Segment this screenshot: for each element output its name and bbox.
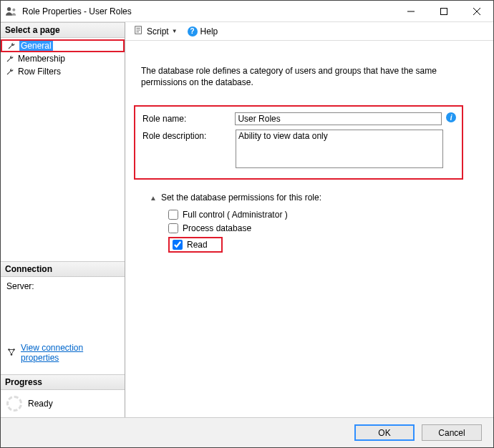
svg-point-0 bbox=[7, 7, 11, 11]
role-name-input[interactable] bbox=[235, 112, 442, 125]
help-icon: ? bbox=[188, 26, 198, 36]
role-icon bbox=[5, 5, 18, 18]
connection-icon bbox=[6, 347, 16, 359]
wrench-icon bbox=[5, 54, 15, 64]
wrench-icon bbox=[5, 67, 15, 77]
svg-rect-3 bbox=[441, 8, 447, 14]
progress-header: Progress bbox=[1, 374, 125, 390]
progress-spinner-icon bbox=[6, 396, 22, 412]
svg-point-1 bbox=[12, 8, 15, 11]
page-label: General bbox=[19, 41, 53, 51]
window-title: Role Properties - User Roles bbox=[22, 6, 394, 16]
role-name-label: Role name: bbox=[142, 112, 235, 124]
description-text: The database role defines a category of … bbox=[141, 65, 478, 88]
perm-process-db-checkbox[interactable] bbox=[168, 223, 178, 233]
help-label: Help bbox=[200, 26, 218, 36]
page-label: Membership bbox=[18, 54, 65, 64]
chevron-down-icon: ▼ bbox=[172, 28, 178, 34]
page-item-membership[interactable]: Membership bbox=[1, 52, 125, 65]
perm-process-db-label: Process database bbox=[183, 223, 251, 233]
minimize-button[interactable] bbox=[394, 1, 427, 21]
role-description-label: Role description: bbox=[142, 130, 236, 141]
role-name-group: Role name: i Role description: bbox=[134, 105, 463, 180]
script-label: Script bbox=[147, 26, 169, 36]
select-page-header: Select a page bbox=[1, 22, 125, 38]
ok-button[interactable]: OK bbox=[354, 424, 415, 441]
close-button[interactable] bbox=[460, 1, 493, 21]
progress-status: Ready bbox=[28, 399, 53, 409]
page-item-row-filters[interactable]: Row Filters bbox=[1, 65, 125, 78]
perm-full-control-label: Full control ( Administrator ) bbox=[183, 210, 288, 220]
connection-header: Connection bbox=[1, 261, 125, 277]
perm-read-checkbox[interactable] bbox=[173, 240, 183, 250]
perm-read-label: Read bbox=[187, 240, 208, 250]
permissions-caption: Set the database permissions for this ro… bbox=[161, 193, 321, 203]
server-label: Server: bbox=[6, 281, 119, 291]
page-label: Row Filters bbox=[18, 67, 61, 77]
perm-full-control[interactable]: Full control ( Administrator ) bbox=[168, 210, 478, 220]
wrench-icon bbox=[6, 41, 16, 51]
titlebar: Role Properties - User Roles bbox=[1, 1, 493, 22]
role-description-input[interactable] bbox=[236, 130, 443, 168]
help-button[interactable]: ? Help bbox=[185, 25, 221, 38]
page-item-general[interactable]: General bbox=[1, 39, 125, 52]
perm-process-db[interactable]: Process database bbox=[168, 223, 478, 233]
view-connection-properties-link[interactable]: View connection properties bbox=[21, 343, 119, 363]
dialog-footer: OK Cancel bbox=[1, 417, 493, 447]
maximize-button[interactable] bbox=[427, 1, 460, 21]
info-icon[interactable]: i bbox=[446, 112, 456, 122]
content-panel: Script ▼ ? Help The database role define… bbox=[125, 22, 493, 417]
script-icon bbox=[134, 25, 144, 37]
sidebar: Select a page General Membership Row Fil… bbox=[1, 22, 125, 417]
perm-full-control-checkbox[interactable] bbox=[168, 210, 178, 220]
script-button[interactable]: Script ▼ bbox=[131, 24, 180, 39]
perm-read[interactable]: Read bbox=[168, 237, 223, 253]
cancel-button[interactable]: Cancel bbox=[422, 424, 482, 441]
collapse-arrow-icon[interactable]: ▲ bbox=[150, 194, 157, 202]
